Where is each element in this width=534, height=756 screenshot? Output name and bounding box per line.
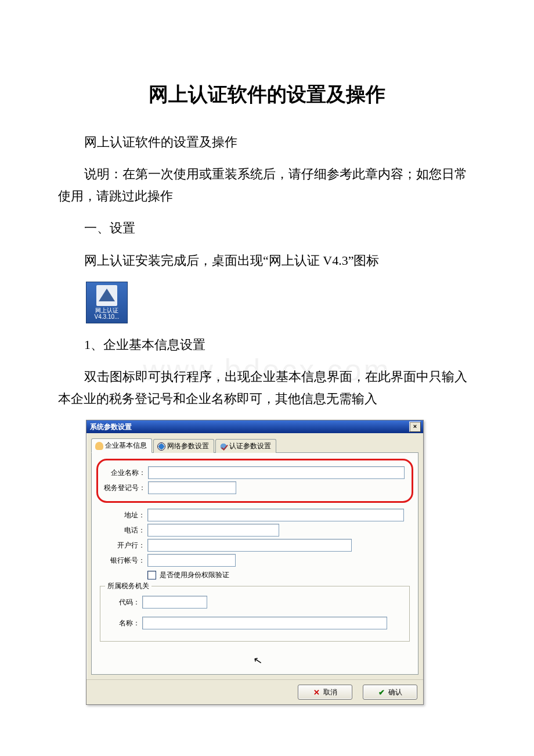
input-bank-account[interactable] (147, 554, 236, 567)
tab-auth-params[interactable]: 认证参数设置 (215, 439, 276, 453)
input-company-name[interactable] (148, 466, 405, 479)
tab-pane-company-info: 企业名称： 税务登记号： 地址： 电话： 开户行： (91, 453, 418, 675)
paragraph-install-done: 网上认证安装完成后，桌面出现“网上认证 V4.3”图标 (58, 250, 476, 271)
user-icon (95, 442, 103, 450)
input-phone[interactable] (147, 524, 279, 537)
input-bank[interactable] (147, 539, 352, 552)
fieldset-tax-authority: 所属税务机关 代码： 名称： (100, 586, 410, 642)
system-params-dialog: 系统参数设置 × 企业基本信息 网络参数设置 认证参数设置 企业名称： (86, 420, 424, 705)
tab-label: 认证参数设置 (229, 441, 271, 451)
app-icon-label-1: 网上认证 (86, 307, 127, 314)
input-authority-name[interactable] (142, 617, 387, 629)
tab-network-params[interactable]: 网络参数设置 (153, 439, 214, 453)
close-button[interactable]: × (409, 422, 421, 432)
ok-button[interactable]: ✔ 确认 (363, 685, 417, 700)
desktop-app-icon[interactable]: 网上认证 V4.3.10... (86, 282, 128, 323)
dialog-titlebar[interactable]: 系统参数设置 × (86, 420, 423, 433)
tab-company-info[interactable]: 企业基本信息 (91, 438, 152, 453)
cancel-button[interactable]: ✕ 取消 (298, 685, 352, 700)
label-tax-number: 税务登记号： (100, 483, 148, 493)
app-icon-label-2: V4.3.10... (86, 314, 127, 320)
label-name: 名称： (106, 618, 142, 628)
dialog-footer: ✕ 取消 ✔ 确认 (86, 679, 423, 704)
x-icon: ✕ (313, 688, 320, 697)
label-company-name: 企业名称： (100, 468, 148, 478)
document-title: 网上认证软件的设置及操作 (58, 81, 476, 108)
checkbox-identity-auth[interactable] (147, 571, 156, 579)
app-icon-graphic (96, 285, 117, 306)
input-address[interactable] (147, 509, 404, 521)
dialog-title: 系统参数设置 (90, 420, 132, 433)
check-icon: ✔ (378, 688, 385, 697)
label-code: 代码： (106, 597, 142, 607)
section-heading-1-1: 1、企业基本信息设置 (58, 334, 476, 355)
tabs-bar: 企业基本信息 网络参数设置 认证参数设置 (91, 438, 418, 453)
paragraph-instruction: 说明：在第一次使用或重装系统后，请仔细参考此章内容；如您日常使用，请跳过此操作 (58, 163, 476, 207)
paragraph-dblclick: 双击图标即可执行程序，出现企业基本信息界面，在此界面中只输入本企业的税务登记号和… (58, 366, 476, 409)
paragraph-subtitle: 网上认证软件的设置及操作 (58, 131, 476, 153)
close-icon: × (413, 423, 417, 430)
auth-icon (219, 442, 228, 451)
tab-label: 企业基本信息 (105, 441, 147, 451)
label-phone: 电话： (100, 525, 147, 535)
fieldset-legend: 所属税务机关 (105, 581, 151, 591)
input-tax-number[interactable] (148, 481, 236, 494)
checkbox-label: 是否使用身份权限验证 (160, 570, 229, 580)
label-bank: 开户行： (100, 541, 147, 550)
required-fields-highlight: 企业名称： 税务登记号： (96, 459, 413, 503)
tab-label: 网络参数设置 (167, 441, 209, 451)
section-heading-1: 一、设置 (58, 217, 476, 239)
label-address: 地址： (100, 510, 147, 520)
ok-label: 确认 (388, 687, 402, 697)
globe-icon (157, 442, 165, 451)
label-account: 银行帐号： (100, 556, 147, 566)
input-authority-code[interactable] (142, 596, 207, 609)
cancel-label: 取消 (323, 687, 337, 697)
